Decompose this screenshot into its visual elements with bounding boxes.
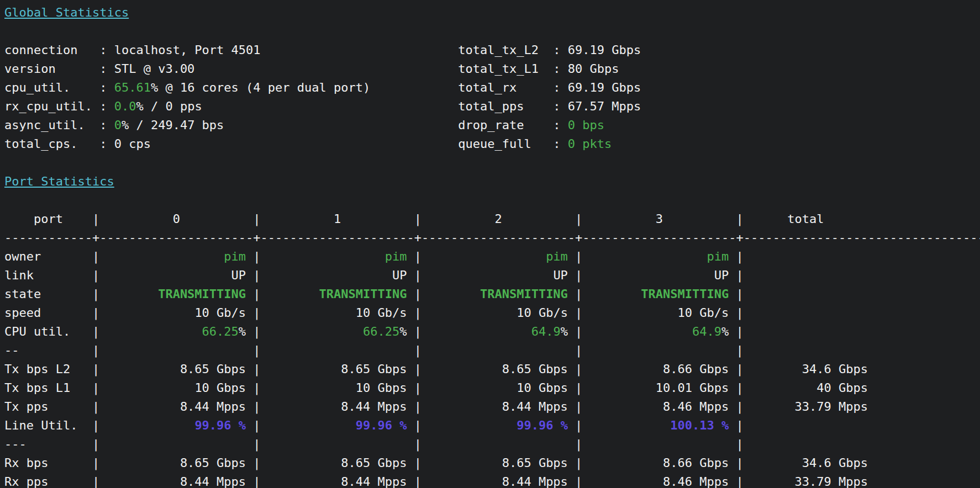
- port-cell: UP: [421, 266, 575, 285]
- column-separator-pipe: |: [736, 212, 744, 226]
- global-stat-left: cpu_util.: 65.61% @ 16 cores (4 per dual…: [4, 78, 458, 97]
- port-statistics-heading-line: Port Statistics: [4, 172, 980, 191]
- column-header-port: port: [4, 210, 92, 229]
- cell-value: 8.65 Gbps: [502, 456, 568, 470]
- stat-value: 69.19 Gbps: [568, 43, 641, 57]
- colon-separator: :: [99, 137, 114, 151]
- cell-value: 8.66 Gbps: [663, 456, 729, 470]
- total-cell: 33.79 Mpps: [744, 397, 868, 416]
- global-stat-row: total_cps.: 0 cpsqueue_full: 0 pkts: [4, 135, 980, 153]
- column-separator-pipe: |: [736, 325, 744, 338]
- stat-label: cpu_util.: [4, 78, 99, 97]
- row-label: Rx pps: [4, 473, 92, 488]
- global-stat-right: total_rx: 69.19 Gbps: [458, 81, 641, 94]
- column-separator-pipe: |: [92, 343, 99, 357]
- column-separator-pipe: |: [575, 250, 582, 263]
- cell-value: 10.01 Gbps: [656, 381, 729, 395]
- cell-value: 8.46 Mpps: [663, 475, 729, 488]
- cell-value: 10 Gbps: [194, 381, 246, 395]
- column-separator-pipe: |: [736, 456, 744, 470]
- cell-value: UP: [231, 268, 246, 282]
- stat-label: total_rx: [458, 78, 553, 97]
- stat-label: total_tx_L2: [458, 41, 553, 60]
- cell-value: 10 Gb/s: [194, 306, 246, 320]
- port-cell: 100.13 %: [582, 416, 736, 435]
- port-statistics-title: Port Statistics: [4, 174, 114, 188]
- cell-value-highlight: TRANSMITTING: [158, 287, 246, 301]
- port-cell: 99.96 %: [261, 416, 414, 435]
- column-separator-pipe: |: [92, 362, 99, 376]
- total-cell: 34.6 Gbps: [744, 454, 868, 473]
- cell-value: 8.44 Mpps: [502, 475, 568, 488]
- column-header-total: total: [744, 210, 868, 229]
- column-separator-pipe: |: [575, 456, 582, 470]
- stat-value: 80 Gbps: [568, 62, 619, 76]
- row-label: Tx bps L1: [4, 379, 92, 397]
- table-row: owner|pim|pim|pim|pim|: [4, 247, 980, 266]
- row-label: state: [4, 285, 92, 304]
- stat-value: 67.57 Mpps: [568, 99, 641, 113]
- column-separator-pipe: |: [92, 400, 99, 413]
- column-separator-pipe: |: [736, 475, 744, 488]
- global-statistics-title: Global Statistics: [4, 6, 129, 19]
- cell-value: 10 Gb/s: [356, 306, 407, 320]
- column-separator-pipe: |: [92, 475, 99, 488]
- cell-value: 10 Gb/s: [517, 306, 568, 320]
- global-stat-left: async_util.: 0% / 249.47 bps: [4, 116, 458, 135]
- table-row: Tx pps|8.44 Mpps|8.44 Mpps|8.44 Mpps|8.4…: [4, 397, 980, 416]
- blank-line: [4, 22, 980, 41]
- global-stat-row: cpu_util.: 65.61% @ 16 cores (4 per dual…: [4, 78, 980, 97]
- column-separator-pipe: |: [736, 381, 744, 395]
- global-stat-right: total_tx_L2: 69.19 Gbps: [458, 43, 641, 57]
- port-cell: 10 Gb/s: [421, 304, 575, 322]
- port-cell: 99.96 %: [99, 416, 253, 435]
- port-cell: 10.01 Gbps: [582, 379, 736, 397]
- row-label: CPU util.: [4, 322, 92, 341]
- cell-value: %: [721, 325, 729, 338]
- stat-value: 69.19 Gbps: [568, 81, 641, 94]
- port-cell: UP: [261, 266, 414, 285]
- column-separator-pipe: |: [414, 268, 421, 282]
- stat-label: version: [4, 60, 99, 78]
- column-separator-pipe: |: [253, 306, 260, 320]
- cell-value: %: [399, 325, 407, 338]
- port-cell: 8.65 Gbps: [99, 360, 253, 379]
- column-header: 3: [582, 210, 736, 229]
- cell-value: 8.65 Gbps: [180, 456, 246, 470]
- column-separator-pipe: |: [414, 212, 421, 226]
- column-separator-pipe: |: [575, 475, 582, 488]
- column-separator-pipe: |: [253, 437, 260, 451]
- column-separator-pipe: |: [92, 437, 99, 451]
- column-separator-pipe: |: [736, 306, 744, 320]
- blank-line: [4, 191, 980, 210]
- row-label: speed: [4, 304, 92, 322]
- column-separator-pipe: |: [736, 343, 744, 357]
- cell-value-highlight: 66.25: [363, 325, 399, 338]
- column-separator-pipe: |: [92, 212, 99, 226]
- column-separator-pipe: |: [92, 287, 99, 301]
- blank-line: [4, 153, 980, 172]
- cell-value: %: [561, 325, 568, 338]
- cell-value-highlight: pim: [707, 250, 729, 263]
- table-row: speed|10 Gb/s|10 Gb/s|10 Gb/s|10 Gb/s|: [4, 304, 980, 322]
- port-cell: 10 Gb/s: [99, 304, 253, 322]
- port-cell: 10 Gb/s: [582, 304, 736, 322]
- port-cell: 8.65 Gbps: [99, 454, 253, 473]
- column-separator-pipe: |: [575, 400, 582, 413]
- port-cell: pim: [261, 247, 414, 266]
- column-separator-pipe: |: [92, 306, 99, 320]
- colon-separator: :: [553, 99, 568, 113]
- column-separator-pipe: |: [575, 418, 582, 432]
- column-separator-pipe: |: [736, 418, 744, 432]
- table-row: --|||||: [4, 341, 980, 360]
- cell-value: 8.65 Gbps: [180, 362, 246, 376]
- colon-separator: :: [553, 137, 568, 151]
- cell-value: 8.44 Mpps: [502, 400, 568, 413]
- stat-value: STL @ v3.00: [114, 62, 195, 76]
- column-separator-pipe: |: [253, 325, 260, 338]
- column-separator-pipe: |: [736, 287, 744, 301]
- cell-value-highlight: 99.96 %: [356, 418, 407, 432]
- port-cell: 8.44 Mpps: [261, 473, 414, 488]
- port-cell: 8.44 Mpps: [421, 397, 575, 416]
- cell-value-highlight: 99.96 %: [194, 418, 246, 432]
